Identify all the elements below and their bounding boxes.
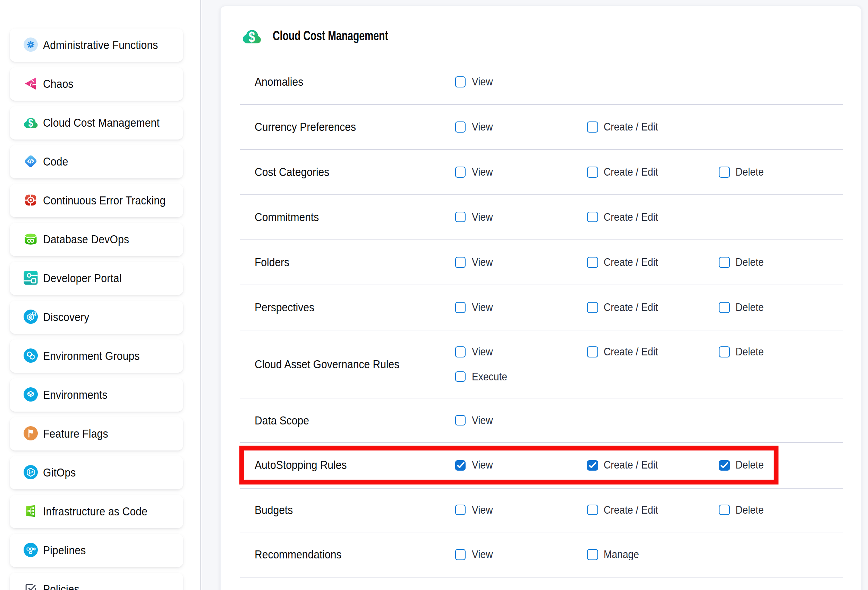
- svg-text:$: $: [28, 117, 33, 129]
- svg-text:$: $: [248, 28, 255, 44]
